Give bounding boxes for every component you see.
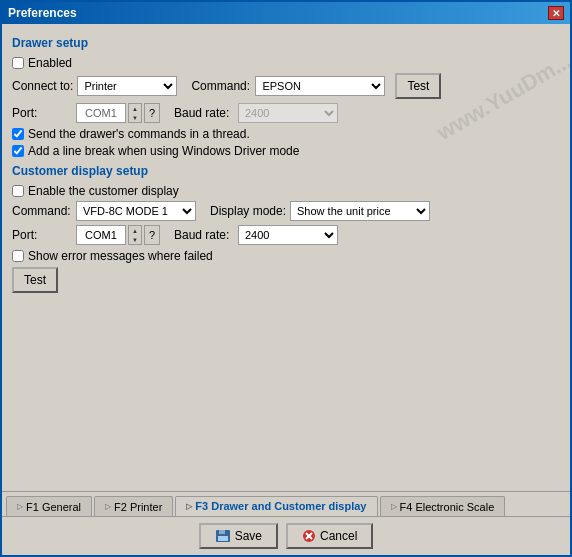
cd-port-input[interactable] xyxy=(76,225,126,245)
f1-arrow: ▷ xyxy=(17,502,23,511)
cd-port-down-btn[interactable]: ▼ xyxy=(129,235,141,244)
port-question-btn[interactable]: ? xyxy=(144,103,160,123)
port-down-btn[interactable]: ▼ xyxy=(129,113,141,122)
cd-test-row: Test xyxy=(12,267,560,293)
cd-port-baud-row: Port: ▲ ▼ ? Baud rate: 2400 1200 4800 96… xyxy=(12,225,560,245)
cd-port-up-btn[interactable]: ▲ xyxy=(129,226,141,235)
tab-f4-label: F4 Electronic Scale xyxy=(400,501,495,513)
command-select[interactable]: EPSON Star None xyxy=(255,76,385,96)
cd-command-select[interactable]: VFD-8C MODE 1 VFD-8C MODE 2 Disabled xyxy=(76,201,196,221)
window-title: Preferences xyxy=(8,6,77,20)
enable-display-row: Enable the customer display xyxy=(12,184,560,198)
error-checkbox[interactable] xyxy=(12,250,24,262)
port-input[interactable] xyxy=(76,103,126,123)
drawer-test-button[interactable]: Test xyxy=(395,73,441,99)
error-label: Show error messages where failed xyxy=(28,249,213,263)
baud-select[interactable]: 2400 1200 4800 9600 xyxy=(238,103,338,123)
save-button[interactable]: Save xyxy=(199,523,278,549)
drawer-setup-title: Drawer setup xyxy=(12,36,560,50)
enable-display-checkbox[interactable] xyxy=(12,185,24,197)
thread-checkbox-row: Send the drawer's commands in a thread. xyxy=(12,127,560,141)
svg-rect-1 xyxy=(219,530,225,534)
port-group: ▲ ▼ ? xyxy=(76,103,160,123)
port-spinner: ▲ ▼ xyxy=(128,103,142,123)
cd-port-question-btn[interactable]: ? xyxy=(144,225,160,245)
cd-command-label: Command: xyxy=(12,204,72,218)
save-label: Save xyxy=(235,529,262,543)
cancel-button[interactable]: Cancel xyxy=(286,523,373,549)
tab-f2-label: F2 Printer xyxy=(114,501,162,513)
enabled-checkbox[interactable] xyxy=(12,57,24,69)
tab-f1-label: F1 General xyxy=(26,501,81,513)
enabled-row: Enabled xyxy=(12,56,560,70)
port-baud-row: Port: ▲ ▼ ? Baud rate: 2400 1200 4800 96… xyxy=(12,103,560,123)
f4-arrow: ▷ xyxy=(391,502,397,511)
tab-f3-label: F3 Drawer and Customer display xyxy=(195,500,366,512)
close-button[interactable]: ✕ xyxy=(548,6,564,20)
f3-arrow: ▷ xyxy=(186,502,192,511)
cd-command-row: Command: VFD-8C MODE 1 VFD-8C MODE 2 Dis… xyxy=(12,201,560,221)
display-mode-label: Display mode: xyxy=(210,204,286,218)
display-mode-select[interactable]: Show the unit price Show total Show noth… xyxy=(290,201,430,221)
tab-f1[interactable]: ▷ F1 General xyxy=(6,496,92,516)
enabled-label: Enabled xyxy=(28,56,72,70)
connect-to-select[interactable]: Printer COM Port xyxy=(77,76,177,96)
tabs-bar: ▷ F1 General ▷ F2 Printer ▷ F3 Drawer an… xyxy=(2,491,570,516)
port-up-btn[interactable]: ▲ xyxy=(129,104,141,113)
customer-display-section: Customer display setup Enable the custom… xyxy=(12,164,560,293)
linebreak-checkbox-row: Add a line break when using Windows Driv… xyxy=(12,144,560,158)
error-checkbox-row: Show error messages where failed xyxy=(12,249,560,263)
port-label: Port: xyxy=(12,106,72,120)
thread-checkbox[interactable] xyxy=(12,128,24,140)
f2-arrow: ▷ xyxy=(105,502,111,511)
title-bar: Preferences ✕ xyxy=(2,2,570,24)
cd-port-label: Port: xyxy=(12,228,72,242)
cd-test-button[interactable]: Test xyxy=(12,267,58,293)
command-label: Command: xyxy=(191,79,251,93)
bottom-bar: Save Cancel xyxy=(2,516,570,555)
cd-port-spinner: ▲ ▼ xyxy=(128,225,142,245)
cd-baud-select[interactable]: 2400 1200 4800 9600 xyxy=(238,225,338,245)
cd-baud-label: Baud rate: xyxy=(174,228,234,242)
linebreak-label: Add a line break when using Windows Driv… xyxy=(28,144,299,158)
tab-f2[interactable]: ▷ F2 Printer xyxy=(94,496,173,516)
svg-rect-2 xyxy=(218,536,228,541)
baud-label: Baud rate: xyxy=(174,106,234,120)
thread-label: Send the drawer's commands in a thread. xyxy=(28,127,250,141)
preferences-window: Preferences ✕ www.YuuDm... Drawer setup … xyxy=(0,0,572,557)
connect-to-label: Connect to: xyxy=(12,79,73,93)
customer-display-title: Customer display setup xyxy=(12,164,560,178)
cd-port-group: ▲ ▼ ? xyxy=(76,225,160,245)
save-icon xyxy=(215,529,231,543)
tab-f4[interactable]: ▷ F4 Electronic Scale xyxy=(380,496,506,516)
enable-display-label: Enable the customer display xyxy=(28,184,179,198)
tab-f3[interactable]: ▷ F3 Drawer and Customer display xyxy=(175,496,377,517)
main-content: www.YuuDm... Drawer setup Enabled Connec… xyxy=(2,24,570,491)
cancel-label: Cancel xyxy=(320,529,357,543)
drawer-setup-section: Drawer setup Enabled Connect to: Printer… xyxy=(12,36,560,158)
cancel-icon xyxy=(302,529,316,543)
linebreak-checkbox[interactable] xyxy=(12,145,24,157)
connect-command-row: Connect to: Printer COM Port Command: EP… xyxy=(12,73,560,99)
